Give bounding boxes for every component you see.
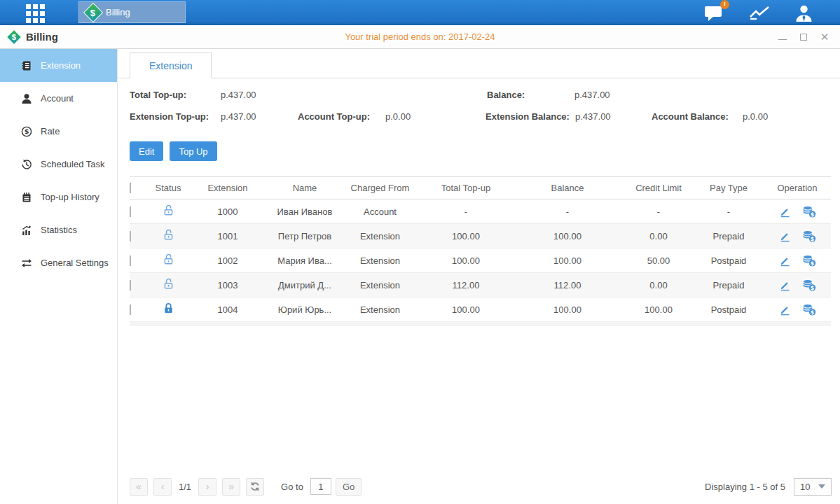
app-launcher-icon[interactable]: [25, 4, 49, 22]
resource-monitor-icon[interactable]: [748, 4, 771, 21]
row-checkbox-cell: [130, 280, 151, 290]
refresh-button[interactable]: [246, 478, 264, 496]
unlocked-icon: [163, 232, 174, 243]
window-titlebar: $ Billing Your trial period ends on: 201…: [0, 25, 840, 49]
cell-operation: $: [764, 304, 831, 316]
sidebar-item-label: Scheduled Task: [41, 159, 105, 169]
prev-page-button[interactable]: ‹: [153, 478, 172, 496]
row-checkbox[interactable]: [130, 255, 131, 266]
column-header: Credit Limit: [624, 183, 694, 193]
table-header-row: StatusExtensionNameCharged FromTotal Top…: [130, 176, 831, 200]
row-checkbox-cell: [130, 255, 151, 266]
sidebar-item-account[interactable]: Account: [0, 82, 117, 115]
cell-balance: 100.00: [511, 231, 624, 241]
row-checkbox[interactable]: [130, 231, 131, 241]
cell-charged-from: Extension: [340, 231, 420, 241]
extension-balance-value: p.437.00: [575, 111, 611, 122]
top-up-icon[interactable]: $: [802, 304, 816, 316]
cell-name: Иван Иванов: [270, 206, 340, 217]
first-page-button[interactable]: «: [130, 478, 148, 496]
page-size-select[interactable]: 10: [794, 478, 832, 496]
topup-history-icon: [21, 192, 32, 203]
extension-icon: [21, 60, 32, 71]
top-up-button[interactable]: Top Up: [170, 141, 216, 161]
sidebar-item-scheduled-task[interactable]: Scheduled Task: [0, 148, 117, 181]
rate-icon: $: [21, 126, 32, 137]
tab-extension[interactable]: Extension: [130, 52, 212, 78]
edit-icon[interactable]: [779, 230, 791, 242]
row-checkbox[interactable]: [130, 304, 131, 315]
cell-extension: 1002: [186, 255, 270, 266]
svg-text:$: $: [810, 211, 813, 217]
notification-badge: !: [720, 0, 729, 9]
cell-total-topup: 100.00: [420, 255, 511, 266]
cell-total-topup: 100.00: [420, 231, 511, 241]
cell-status: [151, 302, 186, 316]
sidebar-item-statistics[interactable]: Statistics: [0, 214, 117, 246]
sidebar-item-general-settings[interactable]: General Settings: [0, 246, 117, 279]
svg-text:$: $: [810, 309, 813, 315]
cell-balance: -: [511, 206, 624, 217]
cell-pay-type: Postpaid: [694, 255, 764, 266]
row-checkbox[interactable]: [130, 206, 131, 217]
close-button[interactable]: ✕: [819, 31, 830, 43]
balance-value: p.437.00: [574, 90, 610, 100]
edit-icon[interactable]: [779, 279, 791, 291]
select-all-checkbox[interactable]: [130, 183, 131, 193]
edit-icon[interactable]: [779, 255, 791, 267]
unlocked-icon: [163, 208, 174, 218]
cell-pay-type: -: [694, 206, 764, 217]
cell-pay-type: Prepaid: [694, 231, 764, 241]
main-content: Extension Total Top-up: p.437.00 Balance…: [118, 49, 840, 504]
top-up-icon[interactable]: $: [802, 255, 816, 267]
svg-text:$: $: [810, 284, 813, 290]
cell-balance: 112.00: [511, 280, 624, 290]
minimize-button[interactable]: [777, 31, 788, 43]
next-page-button[interactable]: ›: [198, 478, 216, 496]
sidebar-item-extension[interactable]: Extension: [0, 49, 117, 82]
cell-total-topup: 100.00: [420, 304, 511, 315]
cell-extension: 1003: [186, 280, 270, 290]
cell-charged-from: Account: [340, 206, 420, 217]
edit-button[interactable]: Edit: [130, 141, 163, 161]
top-up-icon[interactable]: $: [802, 279, 816, 291]
top-up-icon[interactable]: $: [802, 230, 816, 242]
account-balance-value: p.0.00: [743, 111, 768, 122]
statistics-icon: [21, 225, 32, 236]
table-row: 1001Петр ПетровExtension100.00100.000.00…: [130, 224, 831, 248]
column-header: Balance: [511, 183, 624, 193]
sidebar-item-topup-history[interactable]: Top-up History: [0, 181, 117, 214]
last-page-button[interactable]: »: [222, 478, 240, 496]
sidebar-item-rate[interactable]: $ Rate: [0, 115, 117, 148]
notifications-icon[interactable]: !: [703, 4, 724, 22]
goto-page-input[interactable]: [310, 478, 331, 495]
user-account-icon[interactable]: [794, 4, 813, 22]
cell-extension: 1000: [186, 206, 270, 217]
row-checkbox[interactable]: [130, 280, 131, 290]
edit-icon[interactable]: [779, 206, 791, 218]
account-topup-label: Account Top-up:: [298, 111, 370, 122]
cell-charged-from: Extension: [340, 280, 420, 290]
top-up-icon[interactable]: $: [802, 206, 816, 218]
extension-topup-value: p.437.00: [221, 111, 256, 122]
sidebar-item-label: Account: [41, 93, 74, 104]
account-balance-label: Account Balance:: [652, 111, 729, 122]
account-icon: [21, 93, 32, 104]
maximize-button[interactable]: [798, 31, 809, 43]
column-header: Operation: [764, 183, 831, 193]
page-size-value: 10: [800, 482, 810, 492]
extensions-table: StatusExtensionNameCharged FromTotal Top…: [130, 176, 831, 326]
table-footer-strip: [130, 322, 831, 326]
taskbar-tab-billing[interactable]: $ Billing: [78, 1, 186, 23]
trial-notice: Your trial period ends on: 2017-02-24: [0, 31, 840, 42]
go-button[interactable]: Go: [336, 478, 362, 496]
table-row: 1000Иван ИвановAccount----$: [130, 200, 831, 224]
locked-icon: [163, 306, 174, 316]
edit-icon[interactable]: [779, 304, 791, 316]
cell-status: [151, 278, 186, 292]
row-checkbox-cell: [130, 206, 151, 217]
header-checkbox-cell: [130, 183, 151, 193]
page-info: 1/1: [179, 482, 191, 492]
cell-charged-from: Extension: [340, 304, 420, 315]
cell-name: Юрий Юрь...: [270, 304, 340, 315]
